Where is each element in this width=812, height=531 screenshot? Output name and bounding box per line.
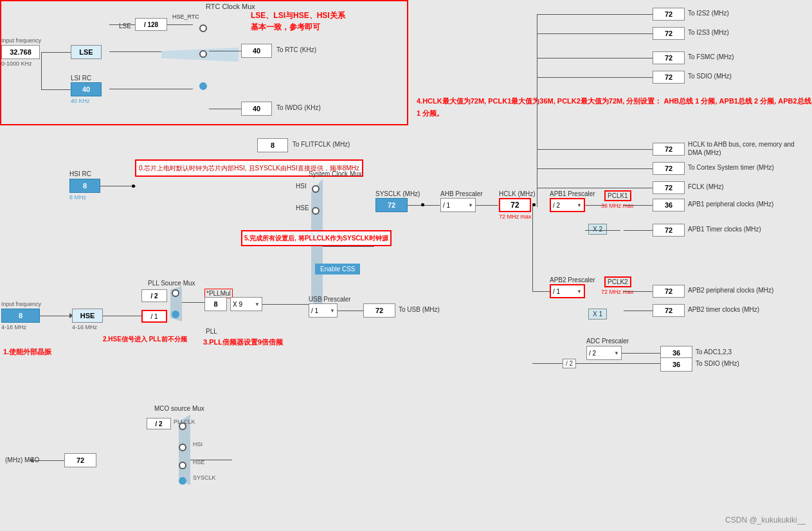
watermark: CSDN @_kukukukiki__ [725, 516, 806, 525]
apb1-timer-label: APB1 Timer clocks (MHz) [688, 226, 761, 233]
apb2-per-label: APB2 peripheral clocks (MHz) [688, 287, 773, 294]
i2s3-label: To I2S3 (MHz) [688, 29, 729, 36]
mco-source-mux-label: MCO source Mux [154, 405, 204, 412]
rtc-annotation: LSE、LSI与HSE、HSI关系 基本一致，参考即可 [251, 10, 345, 33]
annotation-3: 3.PLL倍频器设置9倍倍频 [203, 338, 283, 347]
pclk1-max: 36 MHz max [601, 203, 634, 209]
input-freq-range-2: 4-16 MHz [1, 324, 26, 330]
mco-sysclk-label: SYSCLK [193, 474, 216, 481]
hclk-box[interactable]: 72 [499, 198, 531, 212]
cortex-label: To Cortex System timer (MHz) [688, 164, 774, 171]
input-freq-box-2[interactable]: 8 [1, 309, 40, 323]
hsi-rc-label: HSI RC [69, 170, 91, 177]
lsi-rc-label: LSI RC [71, 75, 91, 82]
apb2-per-value-box[interactable]: 72 [653, 285, 685, 298]
fclk-label: FCLK (MHz) [688, 183, 724, 190]
lse-box[interactable]: LSE [71, 45, 102, 59]
hclk-label: HCLK (MHz) [499, 190, 536, 197]
apb1-prescaler-label: APB1 Prescaler [550, 190, 595, 197]
fclk-value-box[interactable]: 72 [653, 181, 685, 194]
lsi-rc-box[interactable]: 40 [71, 82, 102, 96]
main-canvas: RTC Clock Mux LSE、LSI与HSE、HSI关系 基本一致，参考即… [0, 0, 812, 531]
mco-hsi-label: HSI [193, 441, 203, 447]
flit-value-box[interactable]: 8 [257, 138, 288, 152]
ahb-label: HCLK to AHB bus, core, memory and DMA (M… [688, 140, 800, 157]
hse-rtc-label: HSE_RTC [172, 14, 199, 20]
pll-source-mux-label: PLL Source Mux [148, 280, 195, 287]
pll-hse-div1[interactable]: / 1 [141, 310, 167, 323]
hse-unit: 4-16 MHz [72, 324, 97, 330]
iwdg-dest-label: To IWDG (KHz) [276, 104, 321, 111]
lsi-rc-unit: 40 KHz [71, 98, 90, 104]
hsi-rc-unit: 8 MHz [69, 194, 86, 201]
input-freq-box-1[interactable]: 32.768 [1, 45, 40, 59]
x2-label: X 2 [588, 224, 607, 235]
usb-dest-label: To USB (MHz) [399, 306, 440, 313]
i2s2-label: To I2S2 (MHz) [688, 10, 729, 17]
cortex-value-box[interactable]: 72 [653, 162, 685, 175]
adc-prescaler-label: ADC Prescaler [586, 338, 629, 345]
x1-label: X 1 [588, 309, 607, 320]
apb2-div-select[interactable]: / 1 ▼ [550, 284, 585, 298]
hsi-sys-label: HSI [296, 183, 307, 190]
apb2-timer-value-box[interactable]: 72 [653, 304, 685, 317]
usb-div-select[interactable]: / 1 ▼ [309, 303, 338, 318]
input-freq-label-2: Input frequency [1, 301, 41, 307]
annotation-5: 5.完成所有设置后, 将PLLCLK作为SYSCLK时钟源 [241, 230, 392, 246]
annotation-2: 2.HSE信号进入 PLL前不分频 [103, 334, 187, 344]
hse-label-rtc: LSE [119, 22, 131, 30]
iwdg-value-box[interactable]: 40 [241, 102, 272, 116]
usb-value-box[interactable]: 72 [363, 303, 395, 318]
pclk1-label: PCLK1 [604, 190, 631, 201]
system-clock-mux-label: System Clock Mux [309, 170, 362, 177]
hsi-rc-box[interactable]: 8 [69, 179, 100, 193]
sdio2-dest-label: To SDIO (MHz) [696, 360, 739, 367]
rtc-dest-label: To RTC (KHz) [276, 46, 316, 53]
sys-clk-mux-shape [311, 179, 323, 314]
hse-box[interactable]: HSE [72, 309, 103, 323]
fsmc-value-box[interactable]: 72 [653, 51, 685, 64]
input-freq-range-1: 0-1000 KHz [1, 60, 32, 67]
sdio2-div: / 2 [563, 359, 576, 368]
adc-dest-label: To ADC1,2,3 [696, 348, 732, 356]
fsmc-label: To FSMC (MHz) [688, 53, 734, 60]
usb-prescaler-label: USB Prescaler [309, 296, 351, 303]
i2s3-value-box[interactable]: 72 [653, 27, 685, 40]
sdio-label: To SDIO (MHz) [688, 73, 732, 80]
sysclk-value-box[interactable]: 72 [375, 198, 408, 212]
enable-css-btn[interactable]: Enable CSS [315, 264, 360, 274]
input-freq-label-1: Input frequency [1, 37, 41, 44]
apb2-timer-label: APB2 timer clocks (MHz) [688, 306, 759, 313]
div128-box[interactable]: / 128 [135, 18, 167, 31]
hse-sys-label: HSE [296, 204, 309, 212]
pclk2-label: PCLK2 [604, 276, 631, 287]
pll-mul-x9-select[interactable]: X 9 ▼ [230, 297, 262, 311]
apb2-prescaler-label: APB2 Prescaler [550, 276, 595, 284]
mco-value-box[interactable]: 72 [64, 453, 96, 467]
apb1-per-value-box[interactable]: 36 [653, 199, 685, 212]
hclk-max-label: 72 MHz max [499, 213, 532, 220]
rtc-clock-mux-label: RTC Clock Mux [206, 3, 255, 10]
ahb-div-select[interactable]: / 1 ▼ [440, 198, 476, 212]
apb1-timer-value-box[interactable]: 72 [653, 224, 685, 237]
adc-div-select[interactable]: / 2 ▼ [586, 346, 622, 360]
pll-label: PLL [206, 328, 217, 335]
sdio2-value-box[interactable]: 36 [660, 357, 692, 372]
sdio-value-box[interactable]: 72 [653, 71, 685, 84]
sysclk-label: SYSCLK (MHz) [375, 190, 420, 197]
rtc-clock-box [0, 0, 408, 125]
pll-hsi-div2[interactable]: / 2 [141, 289, 167, 302]
i2s2-value-box[interactable]: 72 [653, 8, 685, 21]
apb1-div-select[interactable]: / 2 ▼ [550, 198, 585, 212]
pll-mul-value-box[interactable]: 8 [204, 297, 227, 311]
mco-dest-label: (MHz) MCO [5, 456, 39, 464]
ahb-value-box[interactable]: 72 [653, 143, 685, 156]
annotation-4: 4.HCLK最大值为72M, PCLK1最大值为36M, PCLK2最大值为72… [417, 95, 812, 119]
flit-dest-label: To FLITFCLK (MHz) [293, 141, 350, 148]
rtc-value-box[interactable]: 40 [241, 44, 272, 58]
annotation-1: 1.使能外部晶振 [3, 347, 51, 357]
pclk2-max: 72 MHz max [601, 289, 634, 295]
mco-pllclk-div2[interactable]: / 2 [147, 418, 171, 429]
apb1-per-label: APB1 peripheral clocks (MHz) [688, 201, 773, 208]
ahb-prescaler-label: AHB Prescaler [440, 190, 483, 197]
